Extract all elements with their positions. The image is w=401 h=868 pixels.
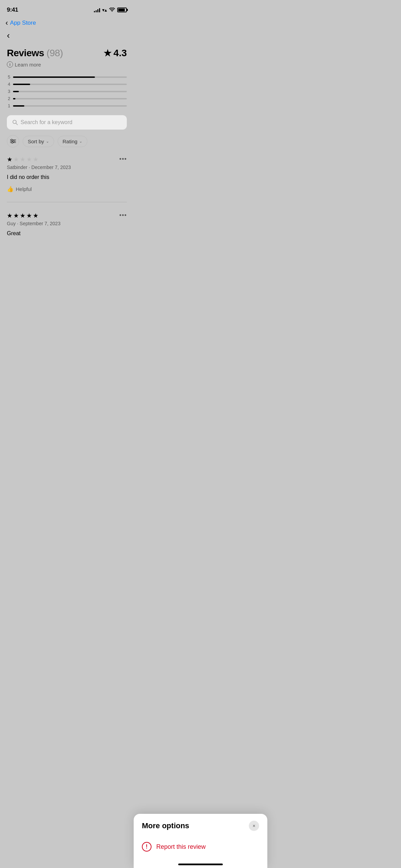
modal-overlay: More options × ! Report this review bbox=[0, 0, 134, 289]
